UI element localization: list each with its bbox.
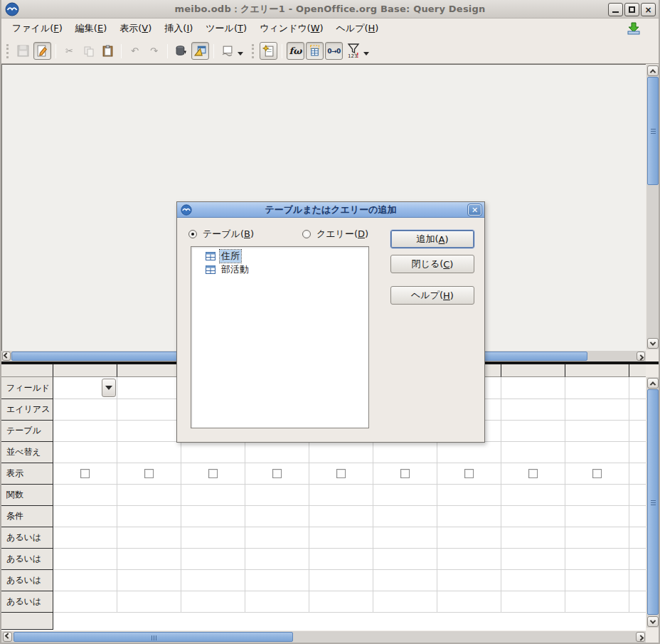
grid-cell[interactable]	[629, 506, 646, 527]
grid-cell[interactable]	[501, 549, 565, 570]
grid-cell[interactable]	[53, 570, 117, 591]
window-titlebar[interactable]: meibo.odb：クエリー1 - OpenOffice.org Base: Q…	[1, 0, 659, 19]
radio-tables-label[interactable]: テーブル(B)	[203, 228, 254, 241]
grid-cell[interactable]	[501, 485, 565, 506]
grid-cell[interactable]	[309, 549, 373, 570]
scroll-up-button[interactable]	[647, 378, 659, 389]
close-button[interactable]: 閉じる(C)	[390, 255, 474, 273]
scroll-up-button[interactable]	[647, 65, 659, 76]
grid-cell[interactable]	[501, 399, 565, 421]
grid-cell[interactable]	[629, 549, 646, 570]
grid-cell[interactable]	[437, 570, 501, 591]
grid-cell[interactable]	[245, 570, 309, 591]
grid-cell[interactable]	[437, 527, 501, 549]
visible-checkbox[interactable]	[80, 469, 90, 478]
dialog-titlebar[interactable]: テーブルまたはクエリーの追加 ✕	[177, 202, 484, 218]
grid-cell[interactable]	[181, 463, 245, 485]
cut-icon[interactable]: ✂	[60, 42, 78, 60]
edit-icon[interactable]	[33, 42, 51, 60]
grid-cell[interactable]	[437, 549, 501, 570]
grid-cell[interactable]	[53, 591, 117, 613]
grid-cell[interactable]	[373, 570, 437, 591]
grid-cell[interactable]	[373, 506, 437, 527]
grid-cell[interactable]	[629, 399, 646, 421]
grid-cell[interactable]	[53, 485, 117, 506]
grid-cell[interactable]	[373, 463, 437, 485]
grid-cell[interactable]	[53, 421, 117, 442]
grid-column-header[interactable]	[53, 364, 117, 377]
scroll-left-button[interactable]	[2, 352, 11, 361]
radio-queries-label[interactable]: クエリー(D)	[316, 228, 368, 241]
visible-checkbox[interactable]	[528, 469, 538, 478]
grid-cell[interactable]	[629, 591, 646, 613]
menu-tools[interactable]: ツール(T)	[199, 19, 253, 38]
redo-icon[interactable]: ↷	[145, 42, 163, 60]
grid-cell[interactable]	[565, 527, 629, 549]
grid-cell[interactable]	[629, 527, 646, 549]
grid-column-header[interactable]	[501, 364, 565, 377]
grid-cell[interactable]	[181, 527, 245, 549]
help-button[interactable]: ヘルプ(H)	[390, 286, 474, 305]
grid-cell[interactable]	[181, 549, 245, 570]
grid-cell[interactable]	[117, 527, 181, 549]
clear-query-icon[interactable]	[218, 42, 236, 60]
grid-cell[interactable]	[501, 591, 565, 613]
grid-cell[interactable]	[181, 506, 245, 527]
grid-cell[interactable]	[53, 549, 117, 570]
grid-cell[interactable]	[309, 527, 373, 549]
paste-icon[interactable]	[99, 42, 117, 60]
scroll-thumb[interactable]	[14, 632, 293, 642]
grid-cell[interactable]	[117, 591, 181, 613]
functions-icon[interactable]: fω	[287, 42, 304, 60]
add-table-icon[interactable]	[260, 42, 277, 60]
visible-checkbox[interactable]	[144, 469, 154, 478]
grid-cell[interactable]	[53, 463, 117, 485]
grid-cell[interactable]	[309, 591, 373, 613]
scroll-thumb[interactable]	[647, 389, 659, 615]
menu-file[interactable]: ファイル(F)	[6, 19, 69, 38]
grid-cell[interactable]	[501, 463, 565, 485]
grid-cell[interactable]	[117, 506, 181, 527]
grid-cell[interactable]	[373, 527, 437, 549]
close-button[interactable]: ×	[641, 3, 656, 16]
undo-icon[interactable]: ↶	[126, 42, 144, 60]
grid-cell[interactable]	[629, 463, 646, 485]
grid-cell[interactable]	[565, 463, 629, 485]
grid-cell[interactable]	[245, 549, 309, 570]
copy-icon[interactable]	[80, 42, 97, 60]
radio-queries[interactable]	[302, 230, 311, 238]
grid-cell[interactable]	[181, 570, 245, 591]
grid-cell[interactable]	[501, 421, 565, 442]
save-icon[interactable]	[14, 42, 32, 60]
add-button[interactable]: 追加(A)	[390, 230, 474, 248]
grid-cell[interactable]	[117, 485, 181, 506]
grid-cell[interactable]	[245, 463, 309, 485]
grid-cell[interactable]	[373, 442, 437, 463]
menu-help[interactable]: ヘルプ(H)	[330, 19, 385, 38]
load-url-icon[interactable]	[623, 20, 644, 37]
visible-checkbox[interactable]	[272, 469, 282, 478]
scroll-down-button[interactable]	[647, 616, 659, 627]
visible-checkbox[interactable]	[400, 469, 410, 478]
grid-cell[interactable]	[245, 485, 309, 506]
grid-cell[interactable]	[117, 399, 181, 421]
grid-cell[interactable]	[501, 377, 565, 399]
grid-column-header[interactable]	[565, 364, 629, 377]
grid-cell[interactable]	[53, 399, 117, 421]
grid-cell[interactable]	[565, 421, 629, 442]
scroll-right-button[interactable]	[636, 632, 645, 642]
grid-cell[interactable]	[437, 485, 501, 506]
grid-cell[interactable]	[373, 591, 437, 613]
grid-cell[interactable]	[117, 377, 181, 399]
grid-cell[interactable]	[373, 485, 437, 506]
maximize-button[interactable]	[624, 3, 639, 16]
visible-checkbox[interactable]	[592, 469, 602, 478]
grid-cell[interactable]	[181, 485, 245, 506]
radio-tables[interactable]	[188, 230, 197, 238]
grid-cell[interactable]	[117, 570, 181, 591]
grid-cell[interactable]	[501, 570, 565, 591]
grid-cell[interactable]	[245, 527, 309, 549]
grid-cell[interactable]	[117, 463, 181, 485]
grid-cell[interactable]	[53, 506, 117, 527]
menu-edit[interactable]: 編集(E)	[69, 19, 113, 38]
